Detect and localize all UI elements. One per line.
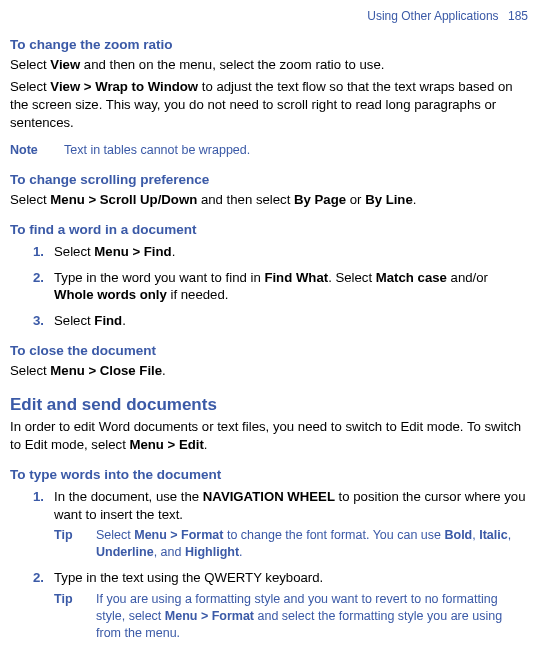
page-number: 185 [508, 9, 528, 23]
type-steps: 1. In the document, use the NAVIGATION W… [28, 488, 528, 642]
heading-scroll-pref: To change scrolling preference [10, 171, 528, 189]
type-tip-1: Tip Select Menu > Format to change the f… [54, 527, 528, 561]
type-step-1: 1. In the document, use the NAVIGATION W… [28, 488, 528, 561]
scroll-p: Select Menu > Scroll Up/Down and then se… [10, 191, 528, 209]
close-p: Select Menu > Close File. [10, 362, 528, 380]
heading-close-doc: To close the document [10, 342, 528, 360]
heading-edit-send: Edit and send documents [10, 394, 528, 417]
find-step-3: 3. Select Find. [28, 312, 528, 330]
zoom-note: Note Text in tables cannot be wrapped. [10, 142, 528, 159]
edit-p: In order to edit Word documents or text … [10, 418, 528, 454]
heading-type-words: To type words into the document [10, 466, 528, 484]
note-text: Text in tables cannot be wrapped. [64, 142, 250, 159]
heading-find-word: To find a word in a document [10, 221, 528, 239]
find-step-2: 2. Type in the word you want to find in … [28, 269, 528, 305]
tip-label: Tip [54, 591, 76, 642]
running-head: Using Other Applications 185 [10, 8, 528, 24]
zoom-p2: Select View > Wrap to Window to adjust t… [10, 78, 528, 131]
find-steps: 1. Select Menu > Find. 2. Type in the wo… [28, 243, 528, 330]
note-label: Note [10, 142, 44, 159]
running-head-text: Using Other Applications [367, 9, 498, 23]
tip-label: Tip [54, 527, 76, 561]
type-tip-2: Tip If you are using a formatting style … [54, 591, 528, 642]
heading-zoom-ratio: To change the zoom ratio [10, 36, 528, 54]
find-step-1: 1. Select Menu > Find. [28, 243, 528, 261]
type-step-2: 2. Type in the text using the QWERTY key… [28, 569, 528, 641]
zoom-p1: Select View and then on the menu, select… [10, 56, 528, 74]
